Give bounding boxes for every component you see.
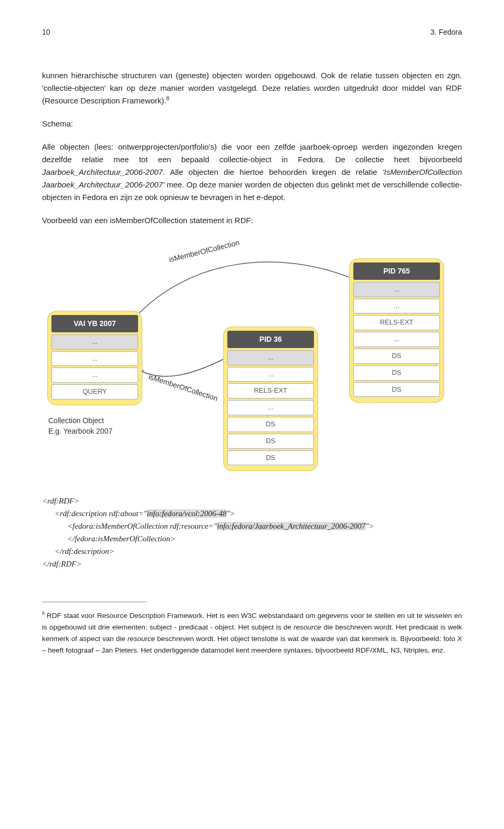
rdf-l2-a: <rdf:description rdf:about=" bbox=[55, 509, 147, 518]
card-collection-row: ... bbox=[51, 351, 138, 366]
schema-label: Schema: bbox=[42, 118, 462, 130]
rdf-line-6: </rdf:RDF> bbox=[42, 558, 462, 570]
page-number: 10 bbox=[42, 26, 50, 38]
card-pid765-row: ... bbox=[353, 282, 440, 297]
edge-label-bottom: isMemberOfCollection bbox=[147, 371, 219, 405]
card-collection-row: QUERY bbox=[51, 384, 138, 400]
paragraph-2: Alle objecten (lees: ontwerpprojecten/po… bbox=[42, 141, 462, 204]
paragraph-1: kunnen hiërarchische structuren van (gen… bbox=[42, 69, 462, 107]
rdf-line-3: <fedora:isMemberOfCollection rdf:resourc… bbox=[67, 520, 462, 532]
card-collection-row: ... bbox=[51, 368, 138, 383]
rdf-l3-a: <fedora:isMemberOfCollection rdf:resourc… bbox=[67, 522, 217, 530]
rdf-line-5: </rdf:description> bbox=[55, 545, 462, 558]
footnote-italic-1: resource bbox=[293, 623, 323, 631]
card-pid36-row: ... bbox=[227, 367, 314, 382]
card-pid36-row: ... bbox=[227, 350, 314, 365]
paragraph-2-italic-1: Jaarboek_Architectuur_2006-2007 bbox=[42, 167, 163, 176]
footnote-ref-8: 8 bbox=[166, 96, 170, 101]
page-header: 10 3. Fedora bbox=[42, 26, 462, 38]
paragraph-2-b: . Alle objecten die hiertoe behoorden kr… bbox=[163, 167, 383, 176]
card-pid765-row: DS bbox=[353, 349, 440, 364]
card-pid765-title: PID 765 bbox=[353, 263, 440, 279]
rdf-line-4: </fedora:isMemberOfCollection> bbox=[67, 532, 462, 545]
rdf-line-1: <rdf:RDF> bbox=[42, 495, 462, 507]
example-label: Voorbeeld van een isMemberOfCollection s… bbox=[42, 214, 462, 227]
card-pid765-row: RELS-EXT bbox=[353, 315, 440, 330]
card-pid36: PID 36 ... ... RELS-EXT ... DS DS DS bbox=[223, 327, 318, 471]
card-pid765-row: DS bbox=[353, 382, 440, 397]
rdf-l3-b: "> bbox=[365, 522, 374, 530]
card-pid765-row: DS bbox=[353, 365, 440, 381]
rdf-code: <rdf:RDF> <rdf:description rdf:about="in… bbox=[42, 495, 462, 570]
caption-line-2: E.g. Yearbook 2007 bbox=[48, 427, 112, 435]
footnote-italic-2: resource bbox=[128, 635, 155, 643]
rdf-l3-hl: info:fedora/Jaarboek_Architectuur_2006-2… bbox=[217, 522, 365, 530]
paragraph-1-text: kunnen hiërarchische structuren van (gen… bbox=[42, 71, 462, 105]
card-collection: VAI YB 2007 ... ... ... QUERY bbox=[47, 311, 142, 405]
page: 10 3. Fedora kunnen hiërarchische struct… bbox=[0, 0, 504, 829]
footnote-8: 8 RDF staat voor Resource Description Fr… bbox=[42, 610, 462, 657]
card-pid36-row: DS bbox=[227, 434, 314, 449]
card-pid36-row: RELS-EXT bbox=[227, 383, 314, 398]
card-pid36-row: DS bbox=[227, 417, 314, 432]
rdf-l2-hl: info:fedora/vcol:2006-48 bbox=[147, 509, 227, 518]
footnote-separator bbox=[42, 602, 147, 602]
edge-label-top: isMemberOfCollection bbox=[167, 237, 240, 266]
rdf-l2-b: "> bbox=[226, 509, 235, 518]
caption-line-1: Collection Object bbox=[48, 416, 104, 425]
card-pid765: PID 765 ... ... RELS-EXT ... DS DS DS bbox=[349, 258, 444, 403]
card-collection-caption: Collection Object E.g. Yearbook 2007 bbox=[48, 416, 112, 436]
card-pid36-row: DS bbox=[227, 450, 314, 466]
card-collection-title: VAI YB 2007 bbox=[51, 315, 138, 332]
section-title: 3. Fedora bbox=[430, 26, 462, 38]
card-pid36-row: ... bbox=[227, 400, 314, 415]
diagram: isMemberOfCollection isMemberOfCollectio… bbox=[42, 237, 462, 479]
card-collection-row: ... bbox=[51, 334, 138, 350]
paragraph-2-a: Alle objecten (lees: ontwerpprojecten/po… bbox=[42, 142, 462, 164]
card-pid765-row: ... bbox=[353, 299, 440, 314]
rdf-line-2: <rdf:description rdf:about="info:fedora/… bbox=[55, 507, 462, 520]
card-pid765-row: ... bbox=[353, 332, 440, 347]
card-pid36-title: PID 36 bbox=[227, 331, 314, 348]
